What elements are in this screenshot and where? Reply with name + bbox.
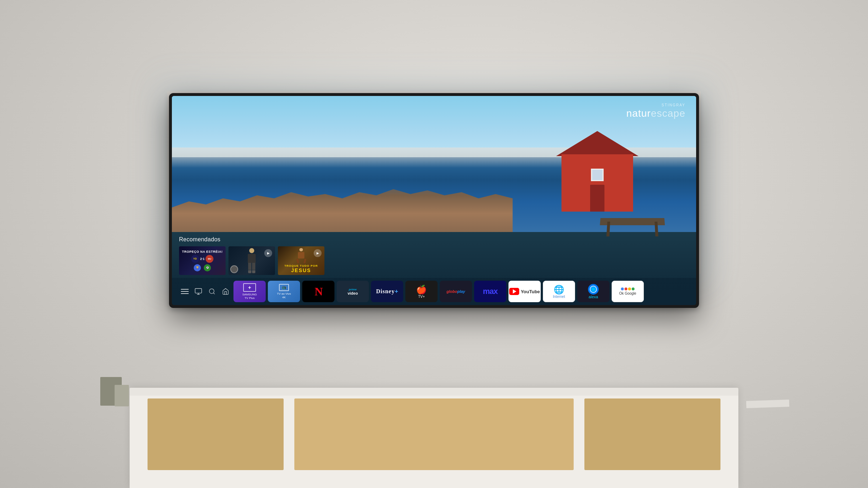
app-bar: + SAMSUNGTV Plus 📺 TV ao Vivo4K <box>172 278 696 305</box>
stingray-brand: STINGRAY <box>626 103 685 107</box>
recomendados-title: Recomendados <box>179 236 689 243</box>
app-ok-google[interactable]: Ok Google <box>612 281 644 302</box>
smart-hub: Recomendados TROPEÇO NA ESTRÉIA! YD 2· <box>172 232 696 305</box>
google-dots <box>621 288 635 290</box>
channel-logo: STINGRAY naturescape <box>626 103 685 119</box>
app-youtube[interactable]: YouTube <box>508 281 541 302</box>
home-button[interactable] <box>220 286 231 297</box>
deco-roll-2 <box>115 385 129 406</box>
internet-label: Internet <box>553 295 565 299</box>
prime-video-logo: prime video <box>348 288 358 295</box>
stand-drawer-center <box>294 398 574 470</box>
rec-play-overlay-2: ▶ <box>264 249 272 257</box>
app-internet[interactable]: 🌐 Internet <box>543 281 575 302</box>
alexa-icon <box>588 284 599 295</box>
netflix-logo: N <box>314 285 322 298</box>
hamburger-line-2 <box>181 291 189 292</box>
app-samsung-tv-plus[interactable]: + SAMSUNGTV Plus <box>233 281 266 302</box>
rec-item-tropeco[interactable]: TROPEÇO NA ESTRÉIA! YD 2·1 MU <box>179 246 226 275</box>
svg-rect-0 <box>195 289 202 293</box>
search-button[interactable] <box>206 286 218 297</box>
dock-post-right <box>655 222 659 236</box>
app-tv-ao-vivo[interactable]: 📺 TV ao Vivo4K <box>268 281 300 302</box>
rec-play-overlay-3: ▶ <box>314 249 322 257</box>
stand-top-surface <box>130 388 738 396</box>
tv-unit: STINGRAY naturescape Recomendados TRO <box>169 93 699 308</box>
rec-item-jesus[interactable]: ▶ TROQUE <box>278 246 324 275</box>
boathouse-door <box>590 185 604 212</box>
google-label: Ok Google <box>619 291 636 295</box>
team-circle-home: YD <box>191 255 199 263</box>
tv-screen: STINGRAY naturescape Recomendados TRO <box>172 96 696 305</box>
svg-point-1 <box>209 289 214 294</box>
video-content-area: STINGRAY naturescape <box>172 96 696 232</box>
youtube-logo: YouTube <box>509 288 540 295</box>
alexa-label: alexa <box>589 295 598 299</box>
app-max[interactable]: max <box>474 281 506 302</box>
disney-logo: Disney+ <box>376 288 398 295</box>
hamburger-line-3 <box>181 293 189 294</box>
tv-bezel: STINGRAY naturescape Recomendados TRO <box>169 93 699 308</box>
tropeco-title: TROPEÇO NA ESTRÉIA! <box>182 250 223 254</box>
app-disney-plus[interactable]: Disney+ <box>371 281 403 302</box>
max-logo: max <box>483 287 497 296</box>
app-label-tvvivo: TV ao Vivo4K <box>277 292 291 299</box>
app-apple-tv[interactable]: 🍎 TV+ <box>405 281 438 302</box>
app-globoplay[interactable]: globoplay <box>440 281 472 302</box>
rec-item-soccer[interactable]: ▶ <box>228 246 275 275</box>
internet-icon: 🌐 <box>554 285 564 295</box>
boathouse-window <box>591 169 604 181</box>
tv-stand <box>130 388 738 488</box>
apple-tv-label: TV+ <box>418 295 425 299</box>
hamburger-line-1 <box>181 289 189 290</box>
apple-logo: 🍎 <box>416 285 427 295</box>
stand-drawer-left <box>148 398 284 470</box>
boathouse-body <box>561 154 633 212</box>
team-circle-away: MU <box>206 255 213 263</box>
app-prime-video[interactable]: prime video <box>337 281 369 302</box>
recomendados-items-list: TROPEÇO NA ESTRÉIA! YD 2·1 MU <box>179 246 689 275</box>
deco-book <box>746 400 790 408</box>
app-alexa[interactable]: alexa <box>577 281 609 302</box>
tropeco-teams: YD 2·1 MU <box>191 255 214 263</box>
dock <box>600 218 665 225</box>
boathouse <box>561 133 633 212</box>
app-netflix[interactable]: N <box>302 281 334 302</box>
globo-logo: globoplay <box>447 289 465 294</box>
channel-name-nature: natur <box>626 108 651 119</box>
recomendados-section: Recomendados TROPEÇO NA ESTRÉIA! YD 2· <box>172 232 696 278</box>
channel-name-scope: escape <box>651 108 685 119</box>
cast-button[interactable] <box>193 286 204 297</box>
app-label-samsung: SAMSUNGTV Plus <box>242 293 257 300</box>
stand-drawer-right <box>584 398 720 470</box>
boathouse-roof <box>556 131 638 156</box>
hamburger-menu[interactable] <box>179 287 191 296</box>
